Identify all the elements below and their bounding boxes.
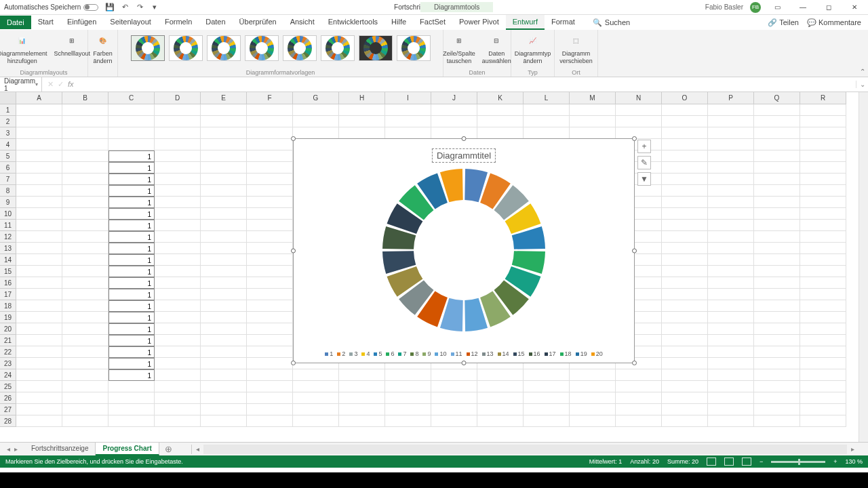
col-header[interactable]: K — [477, 92, 524, 104]
select-data-button[interactable]: ⊟Daten auswählen — [479, 31, 514, 66]
resize-handle[interactable] — [462, 136, 467, 141]
row-header[interactable]: 1 — [0, 104, 16, 116]
cell[interactable] — [754, 312, 800, 323]
cell[interactable] — [62, 208, 108, 220]
cell[interactable] — [662, 300, 708, 312]
avatar[interactable]: FB — [750, 2, 761, 13]
cell[interactable] — [385, 369, 431, 381]
expand-formula-icon[interactable]: ⌄ — [856, 81, 868, 88]
cell[interactable] — [62, 243, 108, 254]
tab-file[interactable]: Datei — [0, 16, 31, 29]
cell[interactable] — [662, 185, 708, 197]
cell[interactable] — [662, 277, 708, 289]
cell[interactable] — [754, 197, 800, 208]
cell[interactable] — [16, 104, 62, 116]
row-header[interactable]: 14 — [0, 254, 16, 266]
view-layout-icon[interactable] — [724, 458, 734, 466]
legend-item[interactable]: 20 — [591, 350, 603, 357]
cell[interactable] — [155, 346, 201, 358]
cell[interactable] — [524, 404, 570, 415]
minimize-icon[interactable]: — — [793, 1, 812, 14]
cell[interactable] — [431, 404, 477, 415]
tab-entwurf[interactable]: Entwurf — [506, 15, 545, 30]
chart-title[interactable]: Diagrammtitel — [432, 148, 496, 163]
cell[interactable] — [662, 358, 708, 369]
cell[interactable] — [62, 323, 108, 335]
col-header[interactable]: D — [155, 92, 201, 104]
cell[interactable] — [477, 127, 524, 139]
sheet-tab[interactable]: Progress Chart — [96, 443, 159, 455]
cell[interactable] — [662, 139, 708, 150]
cell[interactable] — [800, 277, 846, 289]
row-header[interactable]: 9 — [0, 197, 16, 208]
ribbon-mode-icon[interactable]: ▭ — [768, 1, 787, 14]
cell[interactable] — [339, 381, 385, 392]
cell[interactable] — [800, 381, 846, 392]
cell[interactable] — [62, 197, 108, 208]
undo-icon[interactable]: ↶ — [120, 3, 130, 12]
doughnut-chart[interactable] — [381, 167, 547, 333]
cell[interactable] — [754, 174, 800, 185]
cell[interactable] — [155, 381, 201, 392]
cell[interactable] — [293, 415, 339, 427]
cell[interactable] — [708, 358, 754, 369]
legend-item[interactable]: 5 — [374, 350, 382, 357]
move-chart-button[interactable]: ⬚Diagramm verschieben — [557, 31, 595, 66]
cell[interactable]: 1 — [108, 243, 155, 254]
legend-item[interactable]: 3 — [349, 350, 357, 357]
cell[interactable] — [247, 197, 293, 208]
legend-item[interactable]: 8 — [410, 350, 418, 357]
cell[interactable] — [293, 116, 339, 127]
cell[interactable] — [108, 139, 155, 150]
legend-item[interactable]: 1 — [325, 350, 333, 357]
cell[interactable] — [62, 139, 108, 150]
cell[interactable] — [293, 392, 339, 404]
col-header[interactable]: A — [16, 92, 62, 104]
cell[interactable] — [754, 277, 800, 289]
cell[interactable] — [155, 116, 201, 127]
chart-legend[interactable]: 1234567891011121314151617181920 — [294, 350, 634, 357]
cell[interactable] — [16, 346, 62, 358]
col-header[interactable]: P — [708, 92, 754, 104]
cell[interactable] — [108, 116, 155, 127]
col-header[interactable]: O — [662, 92, 708, 104]
fx-icon[interactable]: fx — [68, 80, 74, 89]
cell[interactable] — [800, 220, 846, 231]
cell[interactable] — [385, 404, 431, 415]
cell[interactable] — [201, 185, 247, 197]
cell[interactable] — [708, 335, 754, 346]
cell[interactable] — [524, 392, 570, 404]
cell[interactable] — [201, 116, 247, 127]
row-header[interactable]: 20 — [0, 323, 16, 335]
row-header[interactable]: 24 — [0, 369, 16, 381]
cell[interactable]: 1 — [108, 358, 155, 369]
cell[interactable] — [662, 104, 708, 116]
toggle-switch[interactable] — [83, 4, 98, 11]
cell[interactable] — [662, 231, 708, 243]
cell[interactable] — [708, 174, 754, 185]
cell[interactable] — [339, 104, 385, 116]
cell[interactable] — [247, 358, 293, 369]
row-header[interactable]: 10 — [0, 208, 16, 220]
cell[interactable] — [800, 323, 846, 335]
cell[interactable] — [16, 208, 62, 220]
cell[interactable]: 1 — [108, 346, 155, 358]
cell[interactable] — [247, 369, 293, 381]
cell[interactable]: 1 — [108, 208, 155, 220]
tab-format[interactable]: Format — [545, 15, 582, 30]
cell[interactable] — [155, 208, 201, 220]
cell[interactable] — [754, 116, 800, 127]
cell[interactable] — [108, 127, 155, 139]
maximize-icon[interactable]: ◻ — [819, 1, 838, 14]
cell[interactable] — [16, 369, 62, 381]
cell[interactable] — [16, 174, 62, 185]
cell[interactable] — [708, 116, 754, 127]
user-name[interactable]: Fabio Basler — [705, 3, 743, 11]
cell[interactable] — [431, 415, 477, 427]
col-header[interactable]: F — [247, 92, 293, 104]
cell[interactable] — [754, 392, 800, 404]
tab-hilfe[interactable]: Hilfe — [384, 15, 413, 30]
cell[interactable] — [800, 185, 846, 197]
cell[interactable] — [62, 312, 108, 323]
row-header[interactable]: 11 — [0, 220, 16, 231]
